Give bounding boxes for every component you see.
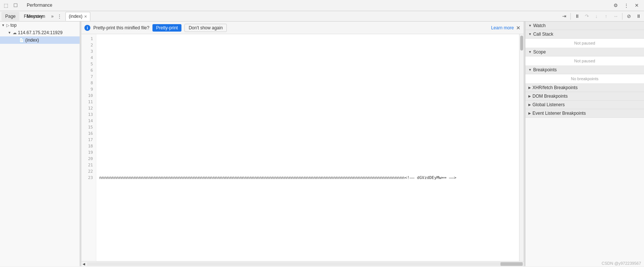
dont-show-again-button[interactable]: Don't show again <box>184 24 227 32</box>
file-tab-label: (index) <box>69 14 83 19</box>
section-header-event-listener-breakpoints[interactable]: ▶Event Listener Breakpoints <box>525 109 644 118</box>
section-label-breakpoints: Breakpoints <box>533 67 557 72</box>
line-num-21: 21 <box>81 162 96 168</box>
section-header-scope[interactable]: ▼Scope <box>525 48 644 56</box>
pretty-print-info-bar: i Pretty-print this minified file? Prett… <box>81 22 524 34</box>
tab-filesystem[interactable]: Filesystem <box>20 12 49 21</box>
line-num-20: 20 <box>81 156 96 162</box>
more-options-icon[interactable]: ⋮ <box>622 1 631 10</box>
file-tab-index[interactable]: (index) ✕ <box>65 12 90 21</box>
code-line-20 <box>99 156 516 162</box>
pause-on-exceptions-btn[interactable]: ⏸ <box>634 12 643 20</box>
step-into-btn[interactable]: ↓ <box>592 12 600 20</box>
icon-server: ☁ <box>13 30 17 35</box>
tree-arrow-top: ▼ <box>1 23 5 27</box>
nav-tab-performance[interactable]: Performance <box>22 0 58 11</box>
icon-index: 📄 <box>19 38 24 43</box>
select-element-icon[interactable]: ⬚ <box>1 1 10 10</box>
section-header-xhr-fetch[interactable]: ▶XHR/fetch Breakpoints <box>525 84 644 92</box>
code-line-5 <box>99 61 516 67</box>
line-num-12: 12 <box>81 105 96 111</box>
pretty-print-button[interactable]: Pretty-print <box>152 24 182 32</box>
info-bar-right: Learn more ✕ <box>491 25 521 31</box>
section-arrow-event-listener-breakpoints: ▶ <box>528 111 531 115</box>
toolbar-menu-btn[interactable]: ⋮ <box>56 14 63 19</box>
device-toolbar-icon[interactable]: ☐ <box>11 1 20 10</box>
code-editor[interactable]: 1234567891011121314151617181920212223 nn… <box>81 34 524 261</box>
horizontal-scrollbar[interactable]: ◀ <box>81 261 524 266</box>
h-scrollbar-thumb[interactable] <box>500 262 523 266</box>
code-line-3 <box>99 48 516 55</box>
file-tab-close[interactable]: ✕ <box>84 14 87 19</box>
section-header-dom-breakpoints[interactable]: ▶DOM Breakpoints <box>525 92 644 101</box>
code-line-17 <box>99 137 516 143</box>
code-line-2 <box>99 42 516 48</box>
settings-icon[interactable]: ⚙ <box>611 1 620 10</box>
scroll-left-arrow[interactable]: ◀ <box>81 262 86 266</box>
line-num-19: 19 <box>81 149 96 156</box>
line-num-17: 17 <box>81 137 96 143</box>
section-header-watch[interactable]: ▼Watch <box>525 22 644 30</box>
watermark: CSDN @y972239567 <box>602 261 641 266</box>
line-num-5: 5 <box>81 61 96 67</box>
vertical-scrollbar[interactable] <box>519 34 524 261</box>
section-arrow-call-stack: ▼ <box>528 32 532 36</box>
line-num-10: 10 <box>81 92 96 99</box>
line-num-3: 3 <box>81 48 96 55</box>
close-devtools-icon[interactable]: ✕ <box>632 1 641 10</box>
continue-btn[interactable]: ↔ <box>612 12 620 20</box>
deactivate-breakpoints-btn[interactable]: ⊘ <box>625 12 633 20</box>
section-content-breakpoints: No breakpoints <box>525 74 644 84</box>
line-num-23: 23 <box>81 175 96 181</box>
line-num-11: 11 <box>81 99 96 105</box>
line-num-9: 9 <box>81 86 96 92</box>
label-server: 114.67.175.224:11929 <box>18 30 62 35</box>
toggle-sidebar-icon[interactable]: ⇥ <box>560 12 568 20</box>
line-num-8: 8 <box>81 80 96 86</box>
step-out-btn[interactable]: ↑ <box>602 12 610 20</box>
code-line-1 <box>99 36 516 42</box>
scrollbar-thumb[interactable] <box>520 36 523 51</box>
sidebar-item-top[interactable]: ▼▷top <box>0 22 80 29</box>
line-num-2: 2 <box>81 42 96 48</box>
section-content-scope: Not paused <box>525 56 644 66</box>
tab-page[interactable]: Page <box>1 12 19 21</box>
editor-area: i Pretty-print this minified file? Prett… <box>81 22 524 266</box>
section-arrow-global-listeners: ▶ <box>528 103 531 107</box>
section-header-breakpoints[interactable]: ▼Breakpoints <box>525 66 644 74</box>
learn-more-link[interactable]: Learn more <box>491 25 514 30</box>
section-label-call-stack: Call Stack <box>533 32 553 37</box>
main-layout: ▼▷top▼☁114.67.175.224:11929📄(index) i Pr… <box>0 22 644 266</box>
more-tabs-btn[interactable]: » <box>49 14 55 19</box>
scrollbar-track[interactable] <box>87 262 523 266</box>
devtools-icons: ⬚ ☐ <box>0 1 22 10</box>
pause-debugger-btn[interactable]: ⏸ <box>573 12 581 20</box>
code-line-14 <box>99 118 516 124</box>
code-line-4 <box>99 55 516 61</box>
step-over-btn[interactable]: ↷ <box>583 12 591 20</box>
section-label-xhr-fetch: XHR/fetch Breakpoints <box>532 85 577 90</box>
section-arrow-scope: ▼ <box>528 50 532 54</box>
section-header-global-listeners[interactable]: ▶Global Listeners <box>525 101 644 109</box>
top-nav-bar: ⬚ ☐ ElementsConsoleSourcesNetworkPerform… <box>0 0 644 11</box>
line-num-14: 14 <box>81 118 96 124</box>
close-info-bar-icon[interactable]: ✕ <box>516 25 521 31</box>
info-icon: i <box>84 25 90 31</box>
section-header-call-stack[interactable]: ▼Call Stack <box>525 30 644 39</box>
code-line-16 <box>99 130 516 137</box>
line-num-22: 22 <box>81 168 96 175</box>
file-tree: ▼▷top▼☁114.67.175.224:11929📄(index) <box>0 22 80 44</box>
debug-sections: ▼Watch▼Call StackNot paused▼ScopeNot pau… <box>525 22 644 118</box>
line-num-16: 16 <box>81 130 96 137</box>
right-panel: ▼Watch▼Call StackNot paused▼ScopeNot pau… <box>525 22 644 266</box>
pretty-print-message: Pretty-print this minified file? <box>93 25 149 30</box>
toolbar-right-controls: ⇥ ⏸ ↷ ↓ ↑ ↔ ⊘ ⏸ <box>560 12 643 20</box>
sidebar-item-server[interactable]: ▼☁114.67.175.224:11929 <box>0 29 80 36</box>
code-line-13 <box>99 111 516 118</box>
section-content-call-stack: Not paused <box>525 39 644 48</box>
left-sidebar: ▼▷top▼☁114.67.175.224:11929📄(index) <box>0 22 80 266</box>
code-line-21 <box>99 162 516 168</box>
section-arrow-xhr-fetch: ▶ <box>528 86 531 89</box>
sidebar-item-index[interactable]: 📄(index) <box>0 36 80 44</box>
code-content[interactable]: nnnnnnnnnnnnnnnnnnnnnnnnnnnnnnnnnnnnnnnn… <box>96 34 519 261</box>
